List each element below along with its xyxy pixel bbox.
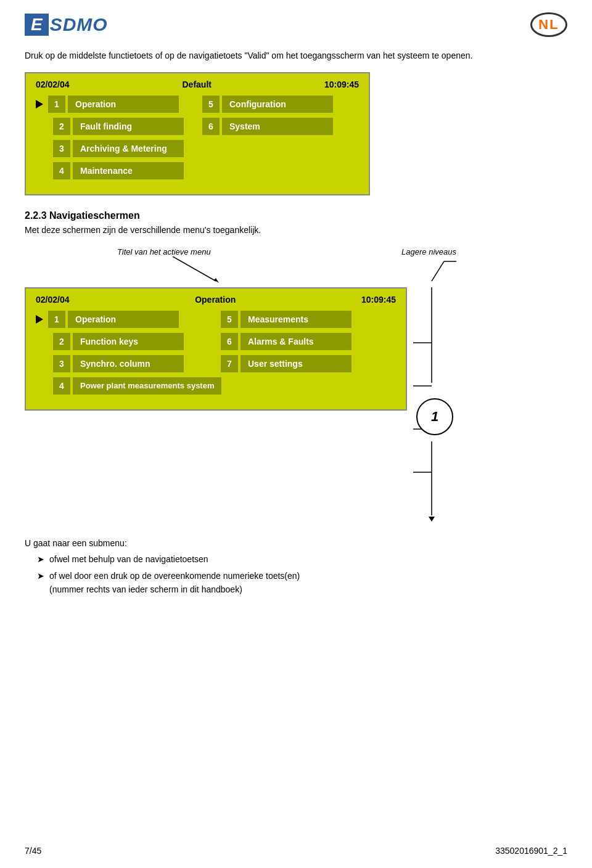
section-heading: 2.2.3 Navigatieschermen — [25, 210, 567, 221]
screen2-item2-label: Function keys — [73, 333, 184, 350]
screen2-item3-num: 3 — [53, 355, 70, 372]
section-text: Met deze schermen zijn de verschillende … — [25, 225, 567, 235]
svg-line-2 — [432, 261, 444, 281]
screen1-row4-left: 4 Maintenance — [36, 162, 359, 179]
screen2-item5-label: Measurements — [240, 311, 352, 328]
bullet1-arrow: ➤ — [37, 552, 44, 566]
screen2-item6-label: Alarms & Faults — [240, 333, 352, 350]
bottom-text: U gaat naar een submenu: ➤ ofwel met beh… — [25, 536, 567, 597]
bullet1-text: ofwel met behulp van de navigatietoetsen — [49, 552, 208, 566]
bullet1: ➤ ofwel met behulp van de navigatietoets… — [37, 552, 567, 566]
screen2-row4-left: 4 Power plant measurements system — [36, 377, 396, 395]
screen2-row3: 3 Synchro. column 7 User settings — [36, 355, 396, 372]
bullet2-text: of wel door een druk op de overeenkomend… — [49, 569, 300, 597]
screen1-row1-left: 1 Operation — [36, 96, 192, 113]
screen2-item5-num: 5 — [221, 311, 238, 328]
logo-sdmo: SDMO — [50, 14, 108, 35]
screen1-row2-left: 2 Fault finding — [36, 118, 192, 135]
screen2-item7-label: User settings — [240, 355, 352, 372]
screen2-row1-right: 5 Measurements — [221, 311, 396, 328]
screen1-item2-num: 2 — [53, 118, 70, 135]
title-label-annotation: Titel van het actieve menu — [117, 247, 211, 256]
screen1-item6-num: 6 — [202, 118, 220, 135]
nl-badge: NL — [530, 12, 567, 37]
screen1-item4-label: Maintenance — [73, 162, 184, 179]
screen1-mockup: 02/02/04 Default 10:09:45 1 Operation 5 … — [25, 72, 370, 195]
footer-doc-number: 33502016901_2_1 — [495, 846, 567, 856]
screen2-time: 10:09:45 — [361, 295, 396, 305]
screen2-row2-left: 2 Function keys — [36, 333, 211, 350]
screen1-row2-right: 6 System — [202, 118, 359, 135]
screen2-row2-right: 6 Alarms & Faults — [221, 333, 396, 350]
screen2-mockup: 02/02/04 Operation 10:09:45 1 Operation … — [25, 287, 407, 411]
screen1-item3-num: 3 — [53, 140, 70, 157]
intro-text: Druk op de middelste functietoets of op … — [25, 49, 567, 62]
screen2-title: Operation — [195, 295, 236, 305]
bullet2: ➤ of wel door een druk op de overeenkome… — [37, 569, 567, 597]
screen2-row3-right: 7 User settings — [221, 355, 396, 372]
nav-diagram: Titel van het actieve menu Lagere niveau… — [25, 247, 567, 522]
screen1-item6-label: System — [222, 118, 333, 135]
footer-page: 7/45 — [25, 846, 41, 856]
logo-e: E — [25, 14, 49, 36]
annotation-row: Titel van het actieve menu Lagere niveau… — [25, 247, 469, 256]
circle-one: 1 — [416, 398, 453, 435]
screen1-row1: 1 Operation 5 Configuration — [36, 96, 359, 113]
cursor-arrow — [36, 100, 43, 108]
screen1-item1-label: Operation — [68, 96, 179, 113]
screen1-item4-num: 4 — [53, 162, 70, 179]
screen2-row2: 2 Function keys 6 Alarms & Faults — [36, 333, 396, 350]
screen1-row4: 4 Maintenance — [36, 162, 359, 179]
svg-line-0 — [173, 256, 216, 281]
screen2-date: 02/02/04 — [36, 295, 70, 305]
screen2-item2-num: 2 — [53, 333, 70, 350]
screen2-header: 02/02/04 Operation 10:09:45 — [36, 295, 396, 305]
svg-marker-6 — [429, 517, 435, 522]
bottom-intro: U gaat naar een submenu: — [25, 536, 567, 550]
circle-area: 1 — [413, 287, 481, 522]
screen2-row3-left: 3 Synchro. column — [36, 355, 211, 372]
screen1-time: 10:09:45 — [324, 80, 359, 89]
screen2-row1-left: 1 Operation — [36, 311, 211, 328]
screen1-item5-label: Configuration — [222, 96, 333, 113]
screen2-item1-label: Operation — [68, 311, 179, 328]
screen1-item3-label: Archiving & Metering — [73, 140, 184, 157]
screen1-date: 02/02/04 — [36, 80, 70, 89]
screen1-row2: 2 Fault finding 6 System — [36, 118, 359, 135]
screen2-cursor — [36, 315, 43, 324]
header: E SDMO NL — [25, 12, 567, 37]
screen2-row4: 4 Power plant measurements system — [36, 377, 396, 395]
screen1-row3-left: 3 Archiving & Metering — [36, 140, 359, 157]
screen2-item3-label: Synchro. column — [73, 355, 184, 372]
nav-row: 02/02/04 Operation 10:09:45 1 Operation … — [25, 287, 567, 522]
screen1-header: 02/02/04 Default 10:09:45 — [36, 80, 359, 89]
screen2-row1: 1 Operation 5 Measurements — [36, 311, 396, 328]
footer: 7/45 33502016901_2_1 — [25, 846, 567, 856]
screen2-item6-num: 6 — [221, 333, 238, 350]
lagere-niveaus-annotation: Lagere niveaus — [401, 247, 456, 256]
screen1-row3: 3 Archiving & Metering — [36, 140, 359, 157]
logo: E SDMO — [25, 14, 108, 36]
screen2-item4-num: 4 — [53, 377, 70, 395]
bullet2-arrow: ➤ — [37, 569, 44, 597]
screen1-item2-label: Fault finding — [73, 118, 184, 135]
screen1-item5-num: 5 — [202, 96, 220, 113]
annotation-arrows-svg — [25, 256, 469, 287]
screen2-item4-label: Power plant measurements system — [73, 377, 221, 395]
screen2-item7-num: 7 — [221, 355, 238, 372]
screen2-item1-num: 1 — [48, 311, 65, 328]
screen1-row1-right: 5 Configuration — [202, 96, 359, 113]
screen1-item1-num: 1 — [48, 96, 65, 113]
screen1-title: Default — [183, 80, 212, 89]
